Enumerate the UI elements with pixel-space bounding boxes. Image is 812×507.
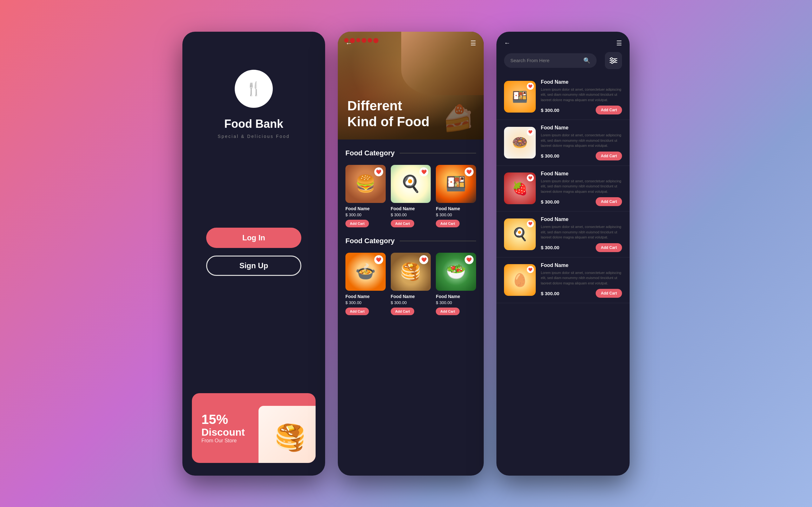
food-card-name-2: Food Name bbox=[391, 206, 431, 211]
list-food-image-4: 🍳 ❤️ bbox=[504, 219, 536, 250]
list-heart-3[interactable]: ❤️ bbox=[527, 174, 534, 181]
food-list-screen: ← ☰ Search From Here 🔍 🍱 ❤️ Food Name bbox=[496, 32, 630, 475]
heart-badge-3[interactable]: ❤️ bbox=[465, 167, 474, 176]
list-heart-2[interactable]: ❤️ bbox=[527, 129, 534, 136]
food-card-3: 🍱 ❤️ Food Name $ 300.00 Add Cart bbox=[436, 165, 476, 227]
search-bar[interactable]: Search From Here 🔍 bbox=[504, 53, 597, 68]
category-screen: 🍰 ← ☰ Different Kind of Food Food Catego… bbox=[338, 32, 484, 475]
food-card-6: 🥗 ❤️ Food Name $ 300.00 Add Cart bbox=[436, 253, 476, 315]
svg-point-3 bbox=[610, 58, 612, 60]
food-card-price-4: $ 300.00 bbox=[345, 300, 386, 305]
food-card-5: 🥞 ❤️ Food Name $ 300.00 Add Cart bbox=[391, 253, 431, 315]
section-header-1: Food Category bbox=[345, 149, 476, 157]
search-icon[interactable]: 🔍 bbox=[583, 57, 590, 64]
list-food-bottom-1: $ 300.00 Add Cart bbox=[541, 106, 622, 114]
section-divider-1 bbox=[400, 153, 476, 154]
section-header-2: Food Category bbox=[345, 237, 476, 245]
food-image-5: 🥞 ❤️ bbox=[391, 253, 431, 291]
list-add-cart-5[interactable]: Add Cart bbox=[596, 289, 622, 298]
login-screen: 🍴 Food Bank Special & Delicious Food Log… bbox=[182, 32, 325, 475]
list-food-name-4: Food Name bbox=[541, 217, 622, 222]
discount-food-image: 🥞 bbox=[259, 406, 316, 463]
list-food-image-2: 🍩 ❤️ bbox=[504, 127, 536, 159]
list-food-name-3: Food Name bbox=[541, 171, 622, 177]
filter-button[interactable] bbox=[605, 52, 622, 69]
section-title-2: Food Category bbox=[345, 237, 394, 245]
list-add-cart-2[interactable]: Add Cart bbox=[596, 152, 622, 160]
list-item: 🥚 ❤️ Food Name Lorem ipsum dolor sit ame… bbox=[496, 258, 630, 303]
screen3-navbar: ← ☰ bbox=[496, 32, 630, 50]
menu-icon-screen2[interactable]: ☰ bbox=[470, 39, 476, 47]
food-card-1: 🍔 ❤️ Food Name $ 300.00 Add Cart bbox=[345, 165, 386, 227]
list-food-image-1: 🍱 ❤️ bbox=[504, 81, 536, 113]
food-card-2: 🍳 ❤️ Food Name $ 300.00 Add Cart bbox=[391, 165, 431, 227]
food-grid-2: 🍲 ❤️ Food Name $ 300.00 Add Cart 🥞 ❤️ Fo… bbox=[345, 253, 476, 315]
list-heart-4[interactable]: ❤️ bbox=[527, 220, 534, 227]
heart-badge-1[interactable]: ❤️ bbox=[374, 167, 383, 176]
food-card-price-6: $ 300.00 bbox=[436, 300, 476, 305]
filter-icon bbox=[610, 57, 617, 64]
heart-badge-5[interactable]: ❤️ bbox=[419, 255, 428, 264]
list-heart-1[interactable]: ❤️ bbox=[527, 83, 534, 90]
list-food-desc-5: Lorem ipsum dolor sit amet, consectetuer… bbox=[541, 270, 622, 286]
add-cart-button-6[interactable]: Add Cart bbox=[436, 307, 459, 315]
food-image-1: 🍔 ❤️ bbox=[345, 165, 386, 203]
list-heart-5[interactable]: ❤️ bbox=[527, 266, 534, 273]
list-food-price-1: $ 300.00 bbox=[541, 108, 559, 113]
list-food-name-1: Food Name bbox=[541, 79, 622, 85]
food-card-name-4: Food Name bbox=[345, 294, 386, 299]
list-food-info-5: Food Name Lorem ipsum dolor sit amet, co… bbox=[541, 263, 622, 298]
food-card-name-1: Food Name bbox=[345, 206, 386, 211]
heart-badge-6[interactable]: ❤️ bbox=[465, 255, 474, 264]
list-food-desc-1: Lorem ipsum dolor sit amet, consectetuer… bbox=[541, 87, 622, 103]
list-food-bottom-2: $ 300.00 Add Cart bbox=[541, 152, 622, 160]
list-food-bottom-3: $ 300.00 Add Cart bbox=[541, 197, 622, 206]
list-food-name-5: Food Name bbox=[541, 263, 622, 268]
list-add-cart-1[interactable]: Add Cart bbox=[596, 106, 622, 114]
list-food-info-2: Food Name Lorem ipsum dolor sit amet, co… bbox=[541, 125, 622, 160]
heart-badge-4[interactable]: ❤️ bbox=[374, 255, 383, 264]
section-title-1: Food Category bbox=[345, 149, 394, 157]
food-card-name-5: Food Name bbox=[391, 294, 431, 299]
food-card-name-3: Food Name bbox=[436, 206, 476, 211]
food-card-name-6: Food Name bbox=[436, 294, 476, 299]
hero-banner: 🍰 ← ☰ Different Kind of Food bbox=[338, 32, 484, 139]
logo-circle: 🍴 bbox=[235, 70, 273, 108]
discount-banner: 15% Discount From Our Store 🥞 bbox=[192, 393, 316, 463]
add-cart-button-1[interactable]: Add Cart bbox=[345, 220, 369, 227]
list-food-info-3: Food Name Lorem ipsum dolor sit amet, co… bbox=[541, 171, 622, 207]
food-image-6: 🥗 ❤️ bbox=[436, 253, 476, 291]
app-subtitle: Special & Delicious Food bbox=[218, 134, 290, 139]
search-placeholder-text: Search From Here bbox=[510, 58, 583, 63]
list-add-cart-4[interactable]: Add Cart bbox=[596, 243, 622, 252]
food-image-2: 🍳 ❤️ bbox=[391, 165, 431, 203]
food-image-4: 🍲 ❤️ bbox=[345, 253, 386, 291]
food-image-3: 🍱 ❤️ bbox=[436, 165, 476, 203]
svg-point-5 bbox=[611, 61, 613, 63]
hero-title: Different Kind of Food bbox=[347, 98, 474, 130]
list-food-desc-3: Lorem ipsum dolor sit amet, consectetuer… bbox=[541, 178, 622, 194]
menu-icon-screen3[interactable]: ☰ bbox=[616, 39, 622, 47]
food-grid-1: 🍔 ❤️ Food Name $ 300.00 Add Cart 🍳 ❤️ Fo… bbox=[345, 165, 476, 227]
add-cart-button-2[interactable]: Add Cart bbox=[391, 220, 414, 227]
list-food-name-2: Food Name bbox=[541, 125, 622, 131]
list-food-image-3: 🍓 ❤️ bbox=[504, 172, 536, 204]
list-food-bottom-4: $ 300.00 Add Cart bbox=[541, 243, 622, 252]
list-food-price-3: $ 300.00 bbox=[541, 199, 559, 205]
list-food-bottom-5: $ 300.00 Add Cart bbox=[541, 289, 622, 298]
food-card-4: 🍲 ❤️ Food Name $ 300.00 Add Cart bbox=[345, 253, 386, 315]
add-cart-button-5[interactable]: Add Cart bbox=[391, 307, 414, 315]
back-arrow-screen2[interactable]: ← bbox=[345, 39, 353, 48]
login-button[interactable]: Log In bbox=[206, 228, 301, 248]
search-row: Search From Here 🔍 bbox=[496, 50, 630, 74]
list-item: 🍓 ❤️ Food Name Lorem ipsum dolor sit ame… bbox=[496, 166, 630, 212]
section-divider-2 bbox=[400, 241, 476, 241]
heart-badge-2[interactable]: ❤️ bbox=[419, 167, 428, 176]
list-food-desc-2: Lorem ipsum dolor sit amet, consectetuer… bbox=[541, 132, 622, 149]
add-cart-button-3[interactable]: Add Cart bbox=[436, 220, 459, 227]
signup-button[interactable]: Sign Up bbox=[206, 256, 301, 276]
list-food-price-2: $ 300.00 bbox=[541, 153, 559, 159]
back-arrow-screen3[interactable]: ← bbox=[504, 39, 510, 47]
list-add-cart-3[interactable]: Add Cart bbox=[596, 197, 622, 206]
add-cart-button-4[interactable]: Add Cart bbox=[345, 307, 369, 315]
